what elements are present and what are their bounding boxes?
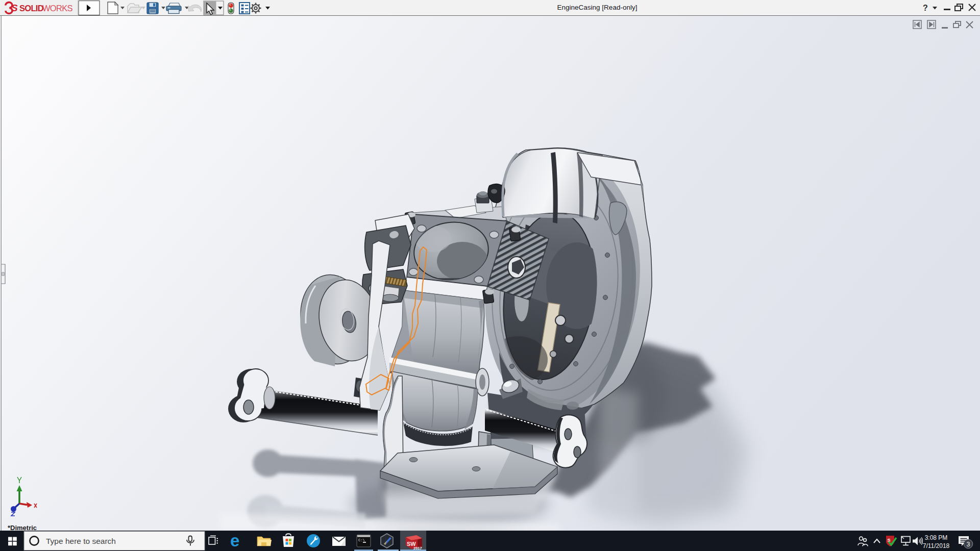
svg-text:SOLID: SOLID [19,4,44,13]
svg-text:S: S [11,3,18,13]
svg-text:?: ? [923,4,928,12]
svg-text:7/11/2018: 7/11/2018 [923,542,950,549]
svg-text:*Dimetric: *Dimetric [8,524,37,531]
svg-text:e: e [230,531,239,550]
svg-text:3:08 PM: 3:08 PM [925,534,948,541]
svg-text:C:\: C:\ [358,538,365,542]
svg-text:WORKS: WORKS [42,4,73,13]
svg-text:Type here to search: Type here to search [46,537,116,545]
svg-text:3: 3 [967,541,970,548]
